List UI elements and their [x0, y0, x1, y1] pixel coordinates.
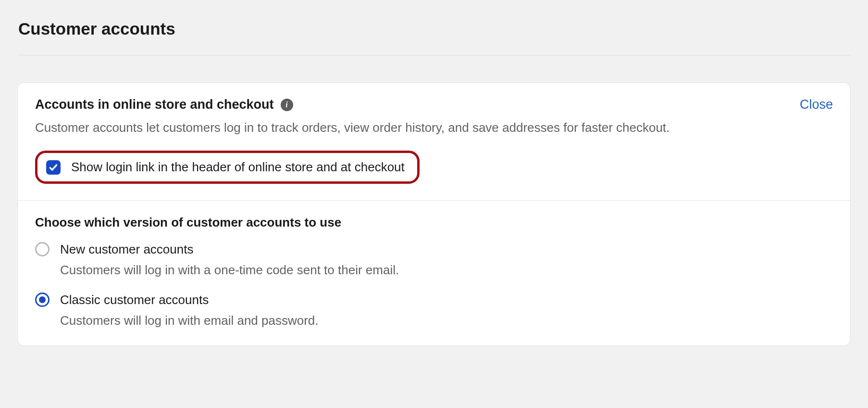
new-customer-accounts-description: Customers will log in with a one-time co… [60, 261, 399, 279]
new-customer-accounts-radio[interactable] [35, 242, 50, 256]
version-section-title: Choose which version of customer account… [35, 215, 833, 230]
settings-card: Accounts in online store and checkout i … [17, 82, 851, 346]
classic-customer-accounts-description: Customers will log in with email and pas… [60, 312, 319, 329]
version-section: Choose which version of customer account… [18, 200, 850, 345]
header-divider [17, 55, 851, 55]
show-login-link-checkbox[interactable] [46, 160, 61, 175]
classic-customer-accounts-label: Classic customer accounts [60, 291, 319, 308]
page-title: Customer accounts [18, 19, 851, 38]
radio-option-new: New customer accounts Customers will log… [35, 241, 833, 279]
highlighted-option: Show login link in the header of online … [35, 151, 420, 184]
classic-customer-accounts-radio[interactable] [35, 293, 50, 307]
accounts-section: Accounts in online store and checkout i … [18, 83, 850, 200]
accounts-section-description: Customer accounts let customers log in t… [35, 119, 833, 136]
radio-option-classic: Classic customer accounts Customers will… [35, 291, 833, 329]
info-icon[interactable]: i [281, 99, 293, 111]
close-link[interactable]: Close [800, 97, 833, 112]
new-customer-accounts-label: New customer accounts [60, 241, 399, 258]
accounts-section-title: Accounts in online store and checkout [35, 97, 274, 112]
show-login-link-label: Show login link in the header of online … [71, 160, 405, 175]
